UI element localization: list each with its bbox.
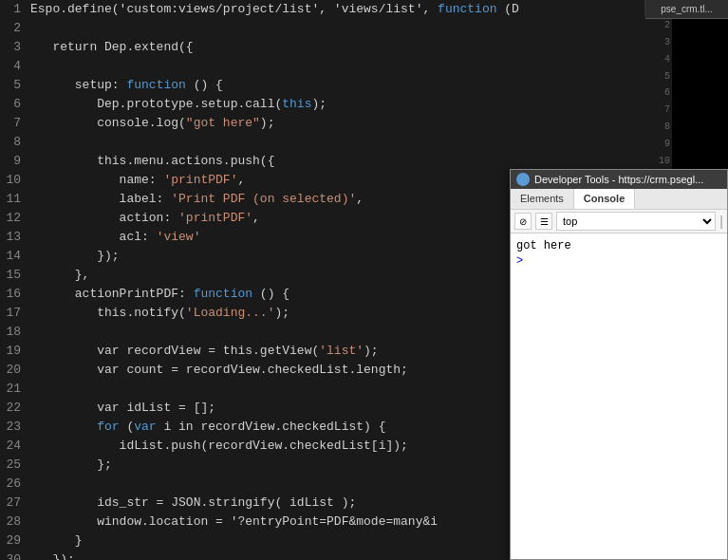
line-number: 19 — [0, 342, 21, 361]
context-select[interactable]: top — [556, 212, 716, 231]
line-number: 13 — [0, 228, 21, 247]
strip-line-5: 5 — [644, 67, 672, 84]
console-output-line: got here — [516, 239, 721, 252]
console-prompt[interactable]: > — [516, 254, 721, 268]
toolbar-separator: | — [719, 214, 723, 229]
line-number: 28 — [0, 513, 21, 532]
line-number: 9 — [0, 152, 21, 171]
line-number: 25 — [0, 456, 21, 475]
line-number: 10 — [0, 171, 21, 190]
strip-line-7: 7 — [644, 102, 672, 119]
console-output[interactable]: got here > — [511, 233, 727, 559]
strip-line-9: 9 — [644, 135, 672, 152]
line-number: 8 — [0, 133, 21, 152]
tab-elements[interactable]: Elements — [511, 189, 574, 209]
line-number: 21 — [0, 380, 21, 399]
code-line: console.log("got here"); — [30, 114, 645, 133]
line-numbers: 1234567891011121314151617181920212223242… — [0, 0, 27, 560]
strip-line-2: 2 — [644, 17, 672, 34]
line-number: 26 — [0, 475, 21, 494]
line-number: 16 — [0, 285, 21, 304]
devtools-titlebar: Developer Tools - https://crm.psegl... — [511, 170, 727, 189]
clear-console-button[interactable]: ⊘ — [514, 213, 532, 230]
code-line: Dep.prototype.setup.call(this); — [30, 95, 645, 114]
strip-line-3: 3 — [644, 34, 672, 51]
code-line: Espo.define('custom:views/project/list',… — [30, 0, 645, 19]
line-strip-panel: 12345678910 — [644, 0, 672, 169]
line-number: 23 — [0, 418, 21, 437]
line-number: 29 — [0, 532, 21, 551]
tab-console[interactable]: Console — [574, 189, 635, 209]
line-number: 4 — [0, 57, 21, 76]
line-number: 7 — [0, 114, 21, 133]
devtools-panel[interactable]: Developer Tools - https://crm.psegl... E… — [510, 169, 728, 560]
code-line — [30, 57, 645, 76]
line-number: 18 — [0, 323, 21, 342]
devtools-icon — [516, 173, 530, 186]
line-number: 2 — [0, 19, 21, 38]
line-number: 1 — [0, 0, 21, 19]
strip-line-4: 4 — [644, 50, 672, 67]
line-number: 22 — [0, 399, 21, 418]
line-number: 12 — [0, 209, 21, 228]
code-line — [30, 19, 645, 38]
code-line: setup: function () { — [30, 76, 645, 95]
code-line: this.menu.actions.push({ — [30, 152, 645, 171]
code-line: return Dep.extend({ — [30, 38, 645, 57]
line-number: 3 — [0, 38, 21, 57]
file-tab[interactable]: pse_crm.tl... — [645, 0, 728, 19]
strip-line-6: 6 — [644, 84, 672, 102]
line-number: 6 — [0, 95, 21, 114]
line-number: 15 — [0, 266, 21, 285]
devtools-toolbar[interactable]: ⊘ ☰ top | — [511, 210, 727, 233]
filter-button[interactable]: ☰ — [535, 213, 552, 230]
line-number: 27 — [0, 494, 21, 513]
line-number: 24 — [0, 437, 21, 456]
devtools-title: Developer Tools - https://crm.psegl... — [534, 174, 703, 185]
line-number: 20 — [0, 361, 21, 380]
strip-line-8: 8 — [644, 119, 672, 136]
devtools-tabs[interactable]: Elements Console — [511, 189, 727, 210]
strip-line-10: 10 — [644, 152, 672, 169]
line-number: 30 — [0, 551, 21, 560]
line-number: 11 — [0, 190, 21, 209]
line-number: 17 — [0, 304, 21, 323]
code-line — [30, 133, 645, 152]
line-number: 14 — [0, 247, 21, 266]
line-number: 5 — [0, 76, 21, 95]
